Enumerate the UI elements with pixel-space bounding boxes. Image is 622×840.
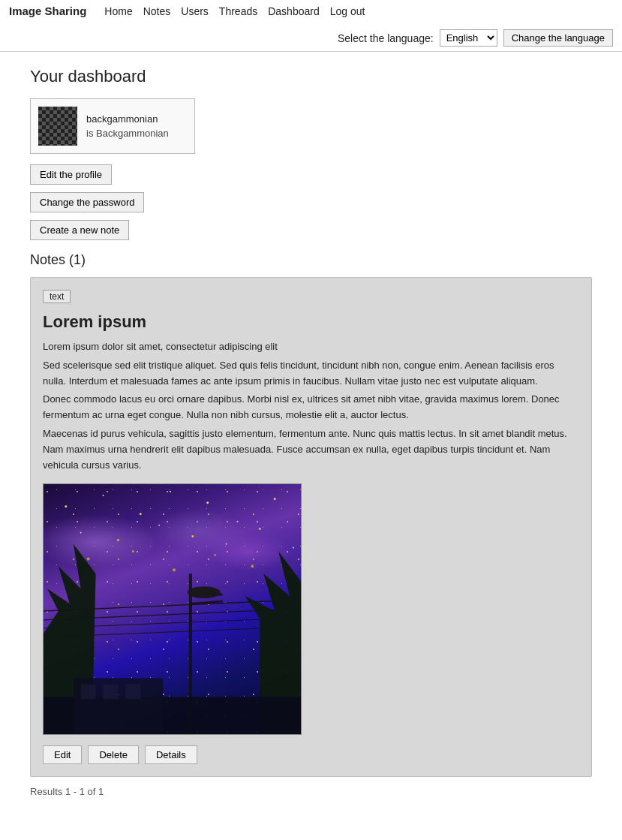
note-card: text Lorem ipsum Lorem ipsum dolor sit a…: [30, 277, 592, 777]
svg-point-17: [206, 502, 209, 504]
profile-info: backgammonian is Backgammonian: [86, 113, 169, 139]
nav-logout[interactable]: Log out: [330, 5, 365, 17]
profile-card: backgammonian is Backgammonian: [30, 98, 195, 154]
change-language-button[interactable]: Change the language: [503, 29, 613, 47]
note-body: Lorem ipsum dolor sit amet, consectetur …: [43, 339, 579, 473]
page-title: Your dashboard: [30, 67, 592, 86]
nav-threads[interactable]: Threads: [219, 5, 257, 17]
svg-point-14: [103, 495, 104, 496]
avatar: [38, 107, 77, 146]
notes-section-title: Notes (1): [30, 252, 592, 268]
scene-svg: [44, 484, 301, 734]
note-body-line-1: Lorem ipsum dolor sit amet, consectetur …: [43, 339, 579, 355]
svg-point-31: [251, 565, 254, 568]
profile-username: backgammonian: [86, 113, 169, 125]
note-details-button[interactable]: Details: [145, 745, 197, 764]
nav-brand: Image Sharing: [9, 5, 86, 17]
note-delete-button[interactable]: Delete: [88, 745, 139, 764]
language-selector-area: Select the language: English Russian Cha…: [338, 29, 613, 47]
svg-point-13: [65, 506, 67, 508]
note-image: [43, 483, 302, 735]
svg-point-20: [80, 532, 82, 534]
svg-point-22: [158, 525, 160, 526]
svg-point-18: [236, 521, 238, 522]
svg-point-30: [214, 554, 216, 556]
language-label: Select the language:: [338, 32, 434, 44]
nav-home[interactable]: Home: [104, 5, 132, 17]
svg-point-16: [170, 491, 171, 492]
nav-notes[interactable]: Notes: [143, 5, 171, 17]
svg-point-15: [140, 513, 142, 516]
svg-point-27: [87, 558, 90, 561]
svg-point-7: [188, 587, 221, 599]
profile-display-name: is Backgammonian: [86, 128, 169, 139]
nav-links: Home Notes Users Threads Dashboard Log o…: [104, 5, 365, 17]
nav-users[interactable]: Users: [181, 5, 209, 17]
note-edit-button[interactable]: Edit: [43, 745, 82, 764]
navbar: Image Sharing Home Notes Users Threads D…: [0, 0, 622, 52]
change-password-button[interactable]: Change the password: [30, 192, 144, 212]
main-content: Your dashboard backgammonian is Backgamm…: [0, 52, 622, 812]
svg-point-29: [173, 569, 176, 572]
edit-profile-button[interactable]: Edit the profile: [30, 164, 112, 185]
svg-point-26: [293, 547, 294, 549]
svg-rect-12: [125, 685, 140, 700]
svg-rect-11: [104, 685, 119, 700]
create-note-button[interactable]: Create a new note: [30, 220, 129, 240]
note-title: Lorem ipsum: [43, 312, 579, 332]
svg-point-28: [132, 550, 134, 552]
svg-point-23: [191, 535, 194, 537]
note-tag: text: [43, 290, 71, 303]
svg-point-25: [259, 528, 261, 531]
svg-point-19: [274, 498, 276, 501]
language-select[interactable]: English Russian: [440, 29, 497, 47]
svg-point-24: [226, 543, 227, 545]
note-actions: Edit Delete Details: [43, 745, 579, 764]
note-body-line-3: Donec commodo lacus eu orci ornare dapib…: [43, 392, 579, 423]
svg-point-21: [117, 539, 119, 541]
note-body-line-2: Sed scelerisque sed elit tristique aliqu…: [43, 358, 579, 390]
svg-rect-10: [81, 685, 96, 700]
note-body-line-4: Maecenas id purus vehicula, sagittis jus…: [43, 426, 579, 473]
results-text: Results 1 - 1 of 1: [30, 786, 592, 797]
nav-dashboard[interactable]: Dashboard: [268, 5, 320, 17]
